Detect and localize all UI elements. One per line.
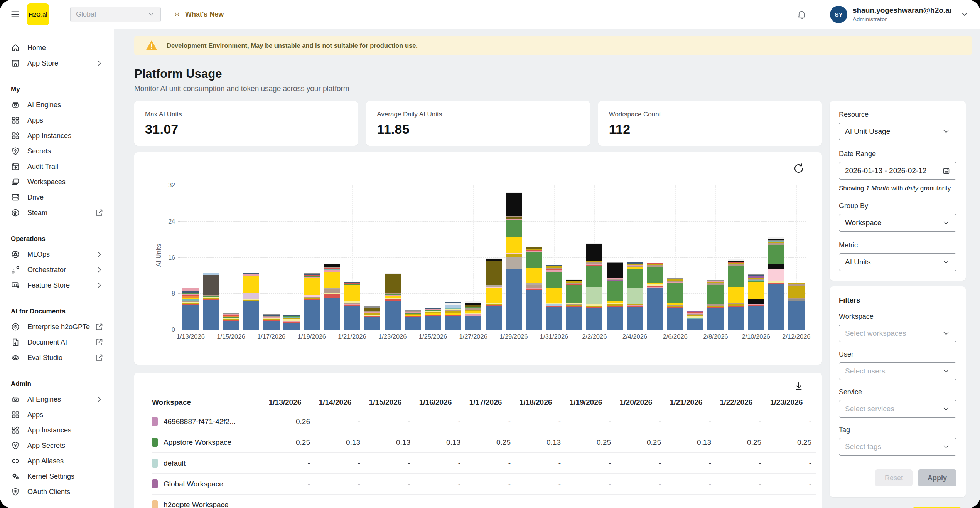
notifications-bell-icon[interactable] bbox=[796, 9, 807, 20]
user-menu-chevron-icon[interactable] bbox=[960, 10, 969, 19]
usage-value-cell: - bbox=[661, 480, 711, 488]
bar-segment bbox=[728, 266, 744, 287]
metric-select[interactable]: AI Units bbox=[839, 253, 956, 271]
bar-1-25-2026[interactable] bbox=[425, 308, 441, 330]
bar-1-21-2026[interactable] bbox=[344, 282, 360, 330]
user-filter-select[interactable]: Select users bbox=[839, 362, 956, 380]
bar-2-7-2026[interactable] bbox=[687, 311, 703, 330]
sidebar-item-label: Drive bbox=[27, 193, 44, 202]
y-tick-label: 16 bbox=[168, 254, 175, 261]
bar-2-12-2026[interactable] bbox=[788, 283, 805, 330]
sidebar-item-mlops[interactable]: MLOps bbox=[0, 247, 114, 262]
workspace-filter-select[interactable]: Select workspaces bbox=[839, 325, 956, 342]
sidebar-item-kernel-settings[interactable]: Kernel Settings bbox=[0, 469, 114, 484]
warning-triangle-icon bbox=[145, 40, 158, 51]
bar-segment bbox=[566, 307, 582, 330]
gridline bbox=[180, 257, 806, 258]
bar-1-16-2026[interactable] bbox=[243, 273, 259, 330]
reset-button[interactable]: Reset bbox=[875, 469, 913, 486]
chevron-down-icon bbox=[942, 258, 950, 266]
usage-value-cell: - bbox=[310, 459, 360, 468]
bar-2-8-2026[interactable] bbox=[707, 280, 724, 330]
sidebar-item-orchestrator[interactable]: Orchestrator bbox=[0, 262, 114, 278]
sidebar-section-title: My bbox=[0, 82, 114, 97]
sidebar-item-eval-studio[interactable]: Eval Studio bbox=[0, 350, 114, 365]
apply-button[interactable]: Apply bbox=[918, 469, 956, 486]
bar-1-26-2026[interactable] bbox=[445, 302, 461, 330]
bar-1-22-2026[interactable] bbox=[364, 306, 380, 330]
bar-1-27-2026[interactable] bbox=[465, 301, 481, 330]
bar-2-11-2026[interactable] bbox=[768, 237, 784, 330]
bar-1-19-2026[interactable] bbox=[304, 273, 320, 330]
bar-segment bbox=[627, 288, 643, 304]
bar-2-4-2026[interactable] bbox=[627, 262, 643, 330]
sidebar-item-enterprise-h2ogpte[interactable]: Enterprise h2oGPTe bbox=[0, 319, 114, 335]
sidebar-item-oauth-clients[interactable]: OAuth Clients bbox=[0, 484, 114, 500]
user-avatar[interactable]: SY bbox=[830, 6, 847, 23]
sidebar-item-drive[interactable]: Drive bbox=[0, 190, 114, 205]
apps-icon bbox=[11, 116, 20, 125]
bar-1-14-2026[interactable] bbox=[203, 273, 219, 330]
resource-value: AI Unit Usage bbox=[845, 127, 890, 136]
bar-segment bbox=[748, 282, 764, 299]
sidebar-item-audit-trail[interactable]: Audit Trail bbox=[0, 159, 114, 174]
bar-1-23-2026[interactable] bbox=[385, 273, 401, 330]
hamburger-menu-icon[interactable] bbox=[8, 8, 22, 21]
bar-1-18-2026[interactable] bbox=[283, 315, 300, 330]
workspace-name: default bbox=[164, 459, 186, 468]
sidebar-item-label: App Aliases bbox=[27, 457, 64, 465]
service-filter-select[interactable]: Select services bbox=[839, 400, 956, 418]
sidebar-item-ai-engines[interactable]: AI Engines bbox=[0, 97, 114, 113]
bar-segment bbox=[586, 244, 602, 261]
gridline bbox=[180, 221, 806, 222]
sidebar-item-secrets[interactable]: Secrets bbox=[0, 143, 114, 159]
whats-new-button[interactable]: What's New bbox=[172, 10, 224, 19]
sidebar-item-app-instances[interactable]: App Instances bbox=[0, 128, 114, 143]
download-icon[interactable] bbox=[793, 381, 804, 392]
bar-segment bbox=[546, 307, 562, 330]
bar-2-5-2026[interactable] bbox=[647, 263, 663, 330]
bar-1-13-2026[interactable] bbox=[182, 288, 199, 330]
sidebar-item-app-instances[interactable]: App Instances bbox=[0, 422, 114, 438]
bar-1-20-2026[interactable] bbox=[324, 264, 340, 330]
sidebar-item-apps[interactable]: Apps bbox=[0, 407, 114, 422]
table-row: h2ogpte Workspace bbox=[152, 495, 816, 508]
sidebar-item-app-aliases[interactable]: App Aliases bbox=[0, 453, 114, 469]
sidebar-item-feature-store[interactable]: Feature Store bbox=[0, 278, 114, 293]
bar-segment bbox=[506, 257, 522, 268]
bar-1-15-2026[interactable] bbox=[223, 313, 239, 330]
resource-select[interactable]: AI Unit Usage bbox=[839, 123, 956, 140]
bar-2-2-2026[interactable] bbox=[586, 243, 602, 330]
workspace-name-cell: Appstore Workspace bbox=[152, 438, 260, 447]
sidebar-item-apps[interactable]: Apps bbox=[0, 113, 114, 128]
bar-2-10-2026[interactable] bbox=[748, 274, 764, 330]
global-scope-select[interactable]: Global bbox=[70, 7, 161, 22]
sidebar-item-app-secrets[interactable]: App Secrets bbox=[0, 438, 114, 453]
group-by-select[interactable]: Workspace bbox=[839, 214, 956, 232]
sidebar-item-home[interactable]: Home bbox=[0, 40, 114, 56]
bar-1-28-2026[interactable] bbox=[486, 258, 502, 330]
sidebar-item-document-ai[interactable]: Document AI bbox=[0, 335, 114, 350]
sidebar-item-workspaces[interactable]: Workspaces bbox=[0, 174, 114, 190]
h2o-logo[interactable]: H2O.ai bbox=[27, 3, 49, 25]
bar-1-17-2026[interactable] bbox=[263, 314, 280, 330]
bar-2-9-2026[interactable] bbox=[728, 259, 744, 330]
bar-2-6-2026[interactable] bbox=[667, 278, 683, 330]
bar-1-29-2026[interactable] bbox=[506, 192, 522, 330]
refresh-icon[interactable] bbox=[793, 162, 806, 175]
sidebar-item-ai-engines[interactable]: AI Engines bbox=[0, 392, 114, 407]
bar-segment bbox=[506, 237, 522, 253]
filter-placeholder: Select users bbox=[845, 367, 886, 375]
bar-1-30-2026[interactable] bbox=[526, 247, 542, 330]
bar-2-3-2026[interactable] bbox=[607, 262, 623, 330]
sidebar-item-app-store[interactable]: App Store bbox=[0, 56, 114, 71]
bar-segment bbox=[324, 298, 340, 330]
date-range-input[interactable]: 2026-01-13 - 2026-02-12 bbox=[839, 162, 956, 180]
tag-filter-select[interactable]: Select tags bbox=[839, 438, 956, 456]
filter-group-workspace: WorkspaceSelect workspaces bbox=[839, 313, 956, 342]
bar-1-31-2026[interactable] bbox=[546, 265, 562, 330]
bar-1-24-2026[interactable] bbox=[405, 310, 421, 330]
usage-value-cell: - bbox=[711, 480, 761, 488]
bar-2-1-2026[interactable] bbox=[566, 279, 582, 330]
sidebar-item-steam[interactable]: Steam bbox=[0, 205, 114, 220]
